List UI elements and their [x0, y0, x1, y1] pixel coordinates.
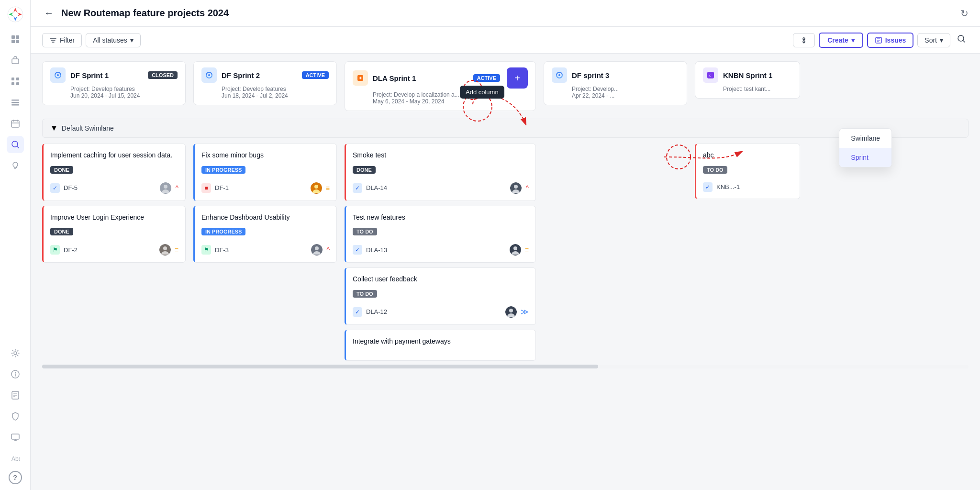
filter-button[interactable]: Filter	[42, 33, 82, 47]
svg-line-18	[17, 146, 19, 148]
card-knb1: abc TO DO ✓ KNB...-1	[695, 144, 800, 199]
sprint-name-dla1: DLA Sprint 1	[373, 74, 468, 82]
refresh-button[interactable]: ↻	[960, 8, 969, 19]
svg-rect-11	[11, 102, 19, 103]
sprint-header-df3: DF sprint 3 Project: Develop... Apr 22, …	[544, 61, 687, 105]
scrollbar-track[interactable]	[42, 365, 969, 368]
board-container: DF Sprint 1 CLOSED Project: Develop feat…	[31, 54, 980, 490]
issue-icon-df1: ■	[201, 183, 211, 193]
issue-id-dla12: DLA-12	[366, 308, 501, 315]
adjust-button[interactable]	[793, 33, 815, 47]
svg-text:Abc: Abc	[11, 456, 20, 462]
status-filter-button[interactable]: All statuses ▾	[86, 33, 141, 47]
sort-button[interactable]: Sort ▾	[917, 33, 950, 47]
svg-point-49	[314, 185, 318, 189]
add-column-button[interactable]: +	[507, 67, 528, 89]
sprint-header-df1: DF Sprint 1 CLOSED Project: Develop feat…	[42, 61, 186, 105]
priority-icon-df3: ^	[326, 246, 330, 254]
back-button[interactable]: ←	[42, 6, 56, 21]
sidebar-item-lightbulb[interactable]	[7, 157, 24, 174]
create-button[interactable]: Create ▾	[819, 33, 863, 48]
avatar-df3	[311, 244, 323, 256]
issue-id-dla13: DLA-13	[366, 246, 506, 254]
svg-point-47	[163, 246, 167, 250]
sidebar-item-search[interactable]	[7, 136, 24, 153]
svg-rect-3	[11, 40, 15, 43]
card-status-df3: IN PROGRESS	[201, 228, 245, 235]
svg-line-37	[963, 41, 965, 43]
sprint-name-df3: DF sprint 3	[572, 71, 679, 79]
sidebar-item-calendar[interactable]	[7, 115, 24, 132]
app-logo[interactable]	[7, 6, 24, 23]
avatar-dla14	[510, 182, 522, 194]
issues-button[interactable]: Issues	[867, 33, 914, 48]
main-content: ← New Routemap feature projects 2024 ↻ F…	[31, 0, 980, 490]
card-title-df5: Implement caching for user session data.	[50, 151, 178, 160]
sort-swimlane-option[interactable]: Swimlane	[839, 129, 891, 148]
svg-rect-5	[12, 59, 19, 64]
card-title-dla12: Collect user feedback	[353, 275, 529, 284]
sprint-meta-df1: Project: Develop features Jun 20, 2024 -…	[70, 86, 178, 99]
card-df1: Fix some minor bugs IN PROGRESS ■ DF-1 ≡	[193, 144, 337, 201]
issue-icon-dla12: ✓	[353, 307, 362, 317]
sidebar-item-report[interactable]	[7, 387, 24, 404]
sidebar-item-briefcase[interactable]	[7, 52, 24, 69]
sidebar-item-monitor[interactable]	[7, 429, 24, 446]
sidebar-item-help[interactable]: ?	[9, 471, 22, 484]
swimlane-chevron-icon[interactable]: ▼	[50, 124, 58, 133]
sprint-name-df2: DF Sprint 2	[222, 71, 297, 79]
sprint-name-knbn1: KNBN Sprint 1	[723, 71, 792, 79]
sort-dropdown: Swimlane Sprint	[839, 128, 892, 167]
issue-icon-knb1: ✓	[703, 182, 713, 192]
sidebar-item-settings[interactable]	[7, 345, 24, 362]
avatar-df2	[159, 244, 171, 256]
priority-icon-df2: ≡	[175, 246, 178, 254]
page-title: New Routemap feature projects 2024	[61, 8, 955, 19]
column-dla1: Smoke test DONE ✓ DLA-14 ^ T	[345, 144, 536, 361]
issue-icon-df2: ⚑	[50, 245, 60, 255]
issue-icon-dla13: ✓	[353, 245, 362, 255]
sprint-status-df2: ACTIVE	[302, 71, 329, 79]
card-df2: Improve User Login Experience DONE ⚑ DF-…	[42, 206, 186, 263]
svg-point-38	[57, 74, 59, 76]
sprint-icon-df3	[552, 67, 567, 83]
card-df5: Implement caching for user session data.…	[42, 144, 186, 201]
svg-point-51	[315, 246, 319, 250]
sprint-icon-knbn1: K	[703, 67, 718, 83]
svg-point-41	[558, 74, 560, 76]
sprint-icon-df1	[50, 67, 66, 83]
sidebar-item-abc[interactable]: Abc	[7, 450, 24, 467]
svg-rect-9	[16, 82, 19, 85]
scrollbar-thumb[interactable]	[42, 365, 598, 368]
add-column-tooltip: Add column	[460, 86, 504, 99]
svg-rect-12	[11, 104, 19, 106]
sprint-name-df1: DF Sprint 1	[70, 71, 143, 79]
board-columns: Implement caching for user session data.…	[42, 144, 969, 361]
swimlane-header: ▼ Default Swimlane	[42, 119, 969, 138]
card-dla13: Test new features TO DO ✓ DLA-13 ≡	[345, 206, 536, 263]
card-status-dla13: TO DO	[353, 228, 377, 235]
issue-id-df3: DF-3	[215, 246, 307, 254]
sidebar-item-shield[interactable]	[7, 408, 24, 425]
svg-rect-4	[16, 40, 19, 43]
svg-point-45	[164, 185, 167, 189]
sidebar-item-info[interactable]	[7, 366, 24, 383]
svg-point-53	[514, 185, 518, 189]
card-status-dla12: TO DO	[353, 290, 377, 298]
svg-point-20	[14, 352, 17, 355]
card-dla12: Collect user feedback TO DO ✓ DLA-12 ≫	[345, 267, 536, 325]
card-status-df2: DONE	[50, 228, 73, 235]
sort-sprint-option[interactable]: Sprint	[839, 148, 891, 167]
card-status-df5: DONE	[50, 166, 73, 174]
sidebar-item-dashboard[interactable]	[7, 31, 24, 48]
search-button[interactable]	[954, 32, 969, 48]
sidebar-item-grid[interactable]	[7, 73, 24, 90]
column-knbn1: abc TO DO ✓ KNB...-1	[695, 144, 800, 361]
svg-rect-1	[11, 35, 15, 39]
card-title-df3: Enhance Dashboard Usability	[201, 213, 330, 223]
sprint-meta-df3: Project: Develop... Apr 22, 2024 - ...	[572, 86, 679, 99]
sidebar-item-list[interactable]	[7, 94, 24, 111]
card-title-payment: Integrate with payment gateways	[353, 337, 529, 346]
issue-id-df2: DF-2	[64, 246, 156, 254]
svg-rect-6	[11, 78, 14, 80]
